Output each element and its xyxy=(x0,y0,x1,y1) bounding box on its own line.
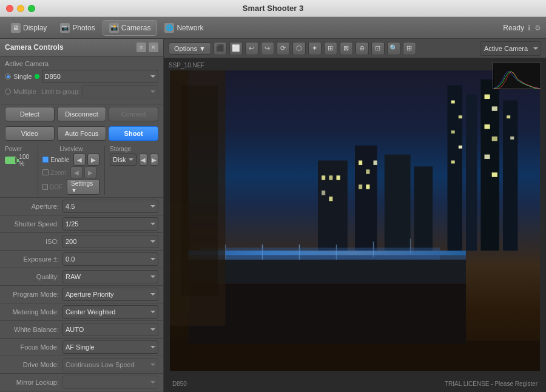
focus-label: Focus Mode: xyxy=(5,343,62,351)
exposure-row: Exposure ±: 0.0 xyxy=(0,251,163,268)
photo-filename: SSP_10.NEF xyxy=(169,62,204,69)
toolbar-icon-3[interactable]: ↩ xyxy=(245,42,258,55)
multiple-radio[interactable] xyxy=(5,89,11,95)
photo-display xyxy=(170,70,540,371)
shoot-button[interactable]: Shoot xyxy=(109,126,158,141)
aperture-value: 4.5 xyxy=(62,200,158,213)
svg-rect-17 xyxy=(510,137,514,140)
shutter-select[interactable]: 1/25 xyxy=(62,217,158,231)
svg-rect-3 xyxy=(480,79,499,251)
trial-text: TRIAL LICENSE - Please Register xyxy=(445,380,538,387)
display-icon: 🖥 xyxy=(11,23,21,33)
wb-value: AUTO xyxy=(62,323,158,336)
disconnect-button[interactable]: Disconnect xyxy=(57,107,107,121)
power-section: Power 100 % xyxy=(5,146,33,195)
photos-icon: 📷 xyxy=(60,23,70,33)
toolbar-icon-11[interactable]: ⊡ xyxy=(371,42,385,55)
storage-select[interactable]: Disk xyxy=(110,154,136,166)
minimize-button[interactable] xyxy=(17,5,24,12)
maximize-button[interactable] xyxy=(28,5,35,12)
panel-icon-btn-2[interactable]: ✕ xyxy=(149,42,158,52)
enable-checkbox[interactable] xyxy=(42,157,49,163)
aperture-select[interactable]: 4.5 xyxy=(62,200,158,213)
iso-select[interactable]: 200 xyxy=(62,235,158,248)
svg-rect-5 xyxy=(451,101,455,104)
svg-rect-22 xyxy=(322,175,325,180)
settings-icon[interactable]: ⚙ xyxy=(534,24,541,32)
dof-checkbox[interactable] xyxy=(42,184,48,190)
quality-select[interactable]: RAW xyxy=(62,270,158,283)
tab-photos[interactable]: 📷 Photos xyxy=(54,21,101,35)
window-controls xyxy=(6,5,35,12)
toolbar-icon-10[interactable]: ⊕ xyxy=(356,42,369,55)
svg-rect-8 xyxy=(459,146,462,149)
toolbar-icon-5[interactable]: ⟳ xyxy=(277,42,290,55)
settings-button[interactable]: Settings ▼ xyxy=(67,179,99,195)
tab-display[interactable]: 🖥 Display xyxy=(5,21,53,35)
liveview-fwd[interactable]: ▶ xyxy=(87,154,99,166)
svg-rect-9 xyxy=(451,161,455,164)
options-button[interactable]: Options ▼ xyxy=(169,42,211,55)
tab-display-label: Display xyxy=(23,24,47,32)
toolbar-icon-9[interactable]: ⊠ xyxy=(340,42,353,55)
active-camera-select[interactable]: Active Camera xyxy=(480,41,541,56)
program-select[interactable]: Aperture Priority xyxy=(62,288,158,301)
panel-header: Camera Controls ≡ ✕ xyxy=(0,39,163,56)
svg-rect-13 xyxy=(492,137,497,141)
enable-label: Enable xyxy=(50,157,69,163)
power-value: 100 % xyxy=(19,154,32,167)
title-bar: Smart Shooter 3 xyxy=(0,0,546,17)
panel-title: Camera Controls xyxy=(5,43,64,52)
toolbar-icon-1[interactable]: ⬛ xyxy=(214,42,227,55)
battery-bar: 100 % xyxy=(5,154,33,167)
storage-row: Disk ◀ ▶ xyxy=(110,154,158,166)
limit-group-select[interactable] xyxy=(82,85,158,98)
toolbar-icon-7[interactable]: ✦ xyxy=(308,42,322,55)
drive-label: Drive Mode: xyxy=(5,361,62,368)
auto-focus-button[interactable]: Auto Focus xyxy=(57,126,107,141)
drive-value: Continuous Low Speed xyxy=(62,358,158,371)
svg-rect-28 xyxy=(366,169,369,174)
exposure-select[interactable]: 0.0 xyxy=(62,252,158,266)
panel-icon-btn-1[interactable]: ≡ xyxy=(136,42,146,52)
tab-network[interactable]: 🌐 Network xyxy=(158,21,209,35)
storage-fwd[interactable]: ▶ xyxy=(150,154,158,166)
storage-back[interactable]: ◀ xyxy=(139,154,147,166)
liveview-back[interactable]: ◀ xyxy=(73,154,86,166)
metering-select[interactable]: Center Weighted xyxy=(62,305,158,319)
zoom-back[interactable]: ◀ xyxy=(70,166,83,178)
aperture-label: Aperture: xyxy=(5,203,62,210)
content-area: Camera Controls ≡ ✕ Active Camera Single xyxy=(0,39,546,392)
toolbar-icon-8[interactable]: ⊞ xyxy=(324,42,337,55)
svg-rect-44 xyxy=(200,248,440,260)
toolbar-icon-4[interactable]: ↪ xyxy=(261,42,274,55)
info-icon[interactable]: ℹ xyxy=(528,24,531,32)
enable-row: Enable ◀ ▶ xyxy=(42,154,99,166)
zoom-row: Zoom ◀ ▶ xyxy=(42,166,99,178)
detect-button[interactable]: Detect xyxy=(5,107,55,121)
connect-button[interactable]: Connect xyxy=(109,107,158,121)
svg-rect-15 xyxy=(492,172,497,177)
toolbar-icon-2[interactable]: ⬜ xyxy=(229,42,243,55)
drive-select[interactable]: Continuous Low Speed xyxy=(62,358,158,371)
toolbar-icon-13[interactable]: ⊞ xyxy=(403,42,416,55)
mirror-label: Mirror Lockup: xyxy=(5,379,62,386)
zoom-checkbox[interactable] xyxy=(42,169,49,175)
focus-select[interactable]: AF Single xyxy=(62,340,158,354)
video-button[interactable]: Video xyxy=(5,126,55,141)
svg-rect-29 xyxy=(374,161,377,165)
single-radio[interactable] xyxy=(5,73,11,79)
toolbar-icon-12[interactable]: 🔍 xyxy=(387,42,400,55)
tab-cameras[interactable]: 📸 Cameras xyxy=(103,20,158,36)
svg-rect-4 xyxy=(503,101,517,251)
wb-select[interactable]: AUTO xyxy=(62,323,158,336)
quality-row: Quality: RAW xyxy=(0,268,163,286)
close-button[interactable] xyxy=(6,5,13,12)
camera-model-select[interactable]: D850 xyxy=(42,70,158,83)
svg-rect-16 xyxy=(507,115,510,118)
focus-value: AF Single xyxy=(62,340,158,354)
battery-fill xyxy=(5,157,15,163)
toolbar-icon-6[interactable]: ⬡ xyxy=(292,42,306,55)
zoom-fwd[interactable]: ▶ xyxy=(84,166,96,178)
mirror-select[interactable] xyxy=(62,376,158,389)
